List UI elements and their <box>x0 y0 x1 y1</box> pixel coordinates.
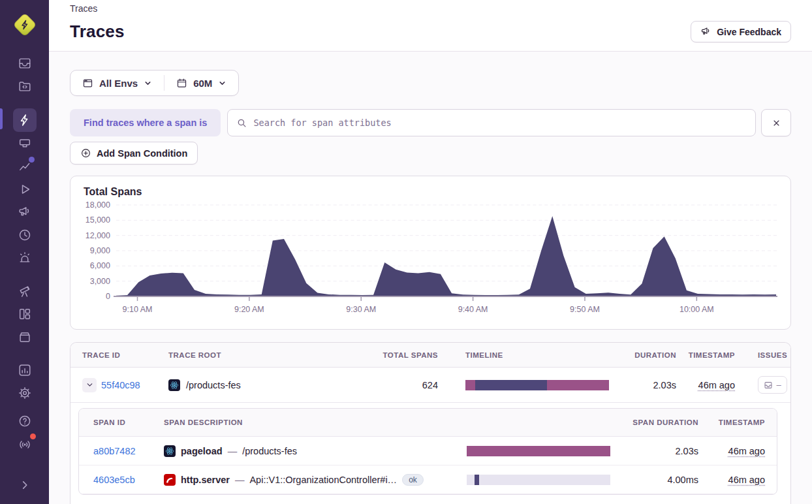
total-spans-area-chart: 03,0006,0009,00012,00015,00018,0009:10 A… <box>84 200 777 316</box>
sidebar-item-crons[interactable] <box>13 224 37 246</box>
span-duration-bar <box>467 446 610 456</box>
col-span-description: Span Description <box>152 418 467 426</box>
time-range-filter[interactable]: 60M <box>164 71 238 95</box>
span-separator: — <box>228 446 238 456</box>
col-span-id: Span ID <box>79 418 152 426</box>
trace-issues-button[interactable]: – <box>758 376 787 394</box>
span-id-link[interactable]: a80b7482 <box>93 446 136 456</box>
sidebar-item-discover[interactable] <box>13 280 37 302</box>
sidebar-item-alerts[interactable] <box>13 247 37 269</box>
span-search-row: Find traces where a span is <box>70 109 791 136</box>
window-icon <box>82 78 93 89</box>
whats-new-badge-dot <box>29 432 37 441</box>
siren-icon <box>18 251 32 265</box>
span-status-badge: ok <box>402 474 424 486</box>
chevron-right-icon <box>18 478 32 492</box>
sidebar-item-issues[interactable] <box>13 52 37 74</box>
main-content: Traces Traces Give Feedback All Envs <box>49 0 812 504</box>
breadcrumb[interactable]: Traces <box>70 3 791 14</box>
environment-filter-label: All Envs <box>99 78 138 89</box>
search-icon <box>236 118 247 129</box>
clear-search-button[interactable] <box>761 109 791 136</box>
react-platform-icon <box>164 445 176 457</box>
close-icon <box>772 118 781 128</box>
trace-timestamp[interactable]: 46m ago <box>698 380 735 390</box>
issues-icon <box>764 381 773 390</box>
sidebar-item-replays[interactable] <box>13 178 37 200</box>
sidebar-item-projects[interactable] <box>13 75 37 97</box>
sidebar-item-help[interactable] <box>13 410 37 432</box>
span-search-input[interactable] <box>253 118 747 128</box>
sidebar-item-whats-new[interactable] <box>13 433 37 456</box>
svg-text:9:30 AM: 9:30 AM <box>346 305 376 314</box>
sidebar-item-feedback[interactable] <box>13 201 37 223</box>
svg-text:9:10 AM: 9:10 AM <box>123 305 153 314</box>
page-header: Traces Traces Give Feedback <box>49 0 812 52</box>
environment-filter[interactable]: All Envs <box>70 71 164 95</box>
svg-text:9:20 AM: 9:20 AM <box>234 305 264 314</box>
span-description: Api::V1::OrganizationController#i… <box>249 475 397 485</box>
add-span-condition-button[interactable]: Add Span Condition <box>70 142 198 165</box>
projector-icon <box>18 136 32 151</box>
sidebar-item-traces[interactable] <box>13 108 37 132</box>
dashboard-grid-icon <box>18 307 32 321</box>
add-span-condition-label: Add Span Condition <box>97 148 187 159</box>
span-table-row: 4603e5cb http.server — Api::V1::Organiza… <box>79 465 777 494</box>
sidebar-item-settings[interactable] <box>13 382 37 404</box>
archive-box-icon <box>18 330 32 344</box>
sidebar-bottom <box>13 410 37 497</box>
chevron-down-icon <box>86 381 94 389</box>
collapse-trace-button[interactable] <box>82 378 97 392</box>
span-op: http.server <box>181 475 230 485</box>
span-duration-value: 4.00ms <box>630 475 698 485</box>
svg-text:9:40 AM: 9:40 AM <box>458 305 488 314</box>
sidebar-nav <box>0 52 49 410</box>
span-duration-value: 2.03s <box>630 446 698 456</box>
megaphone-icon <box>700 26 711 37</box>
total-spans-chart-card: Total Spans 03,0006,0009,00012,00015,000… <box>70 176 791 330</box>
sidebar-item-releases[interactable] <box>13 326 37 348</box>
plus-circle-icon <box>80 148 91 159</box>
svg-text:0: 0 <box>106 292 110 301</box>
logo-bolt-icon <box>20 20 30 30</box>
col-issues: Issues <box>755 351 790 359</box>
span-search-box[interactable] <box>227 109 756 136</box>
chevron-down-icon <box>144 79 152 87</box>
help-circle-icon <box>18 414 32 428</box>
svg-text:15,000: 15,000 <box>86 215 110 225</box>
sidebar-item-insights[interactable] <box>13 155 37 178</box>
span-timestamp[interactable]: 46m ago <box>728 446 765 456</box>
traces-table-header: Trace ID Trace Root Total Spans Timeline… <box>70 343 790 368</box>
sidebar-expand-chevron[interactable] <box>13 474 37 496</box>
page-title: Traces <box>70 22 125 42</box>
content-area: All Envs 60M Find traces where a span is <box>49 52 812 504</box>
span-table-row: a80b7482 pageload — /products-fes 2.03s <box>79 437 777 465</box>
span-id-link[interactable]: 4603e5cb <box>93 475 135 485</box>
svg-text:12,000: 12,000 <box>86 231 110 240</box>
trace-timeline-bar <box>465 380 609 390</box>
sidebar-item-stats[interactable] <box>13 359 37 381</box>
span-duration-bar <box>467 475 610 485</box>
svg-text:3,000: 3,000 <box>90 277 110 286</box>
span-op: pageload <box>181 446 223 456</box>
sidebar-item-performance[interactable] <box>13 133 37 155</box>
play-icon <box>18 182 32 197</box>
give-feedback-button[interactable]: Give Feedback <box>691 21 791 42</box>
sentry-logo[interactable] <box>13 13 37 37</box>
span-timestamp[interactable]: 46m ago <box>728 475 765 485</box>
insights-badge-dot <box>29 157 35 163</box>
rails-platform-icon <box>164 474 176 486</box>
issues-icon <box>18 56 32 71</box>
trace-id-link[interactable]: 55f40c98 <box>101 380 140 390</box>
total-spans-value: 624 <box>366 380 438 390</box>
search-context-chip: Find traces where a span is <box>70 109 221 136</box>
gear-icon <box>18 386 32 400</box>
react-platform-icon <box>168 379 180 391</box>
sidebar-item-dashboards[interactable] <box>13 303 37 325</box>
col-timestamp: Timestamp <box>676 351 755 359</box>
span-description: /products-fes <box>242 446 297 456</box>
chart-title: Total Spans <box>84 186 777 198</box>
app-root: Traces Traces Give Feedback All Envs <box>0 0 812 504</box>
expanded-trace-zone: Span ID Span Description Span Duration T… <box>70 403 790 504</box>
megaphone-icon <box>18 205 32 219</box>
